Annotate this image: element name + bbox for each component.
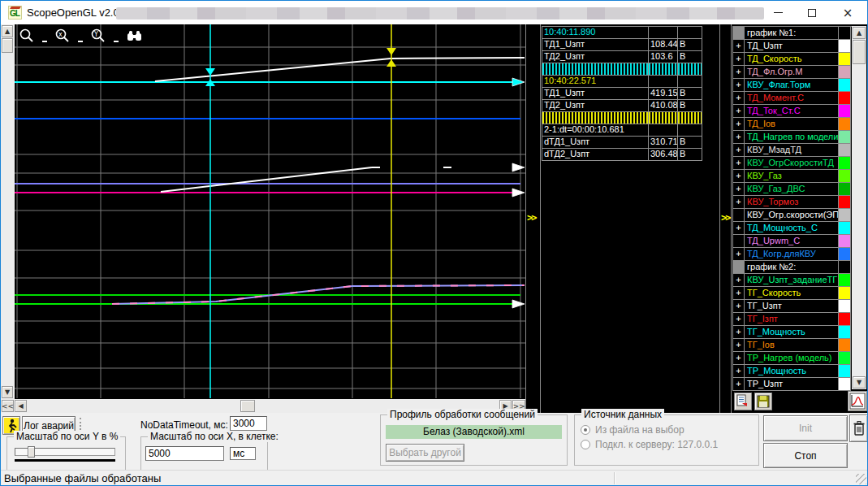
signal-row[interactable]: +ТД_Когр.дляКВУ [733, 248, 852, 261]
signal-row[interactable]: +ТД_Ток_Ст.С [733, 105, 852, 118]
init-button[interactable]: Init [763, 415, 848, 441]
splitter-expand-icon[interactable]: >> [527, 212, 535, 223]
signal-row[interactable]: +ТД_Uзпт [733, 40, 852, 53]
signal-row[interactable]: +ТД_Iов [733, 118, 852, 131]
horizontal-scroll-thumb[interactable] [240, 400, 255, 412]
expand-icon[interactable]: + [733, 313, 745, 326]
scale-x-unit-input[interactable] [230, 447, 256, 460]
signal-name[interactable]: КВУ_Флаг.Торм [745, 79, 839, 92]
signal-name[interactable]: ТД_Uзпт [745, 40, 839, 53]
signal-name[interactable]: ТД_Нагрев по модели [745, 131, 839, 144]
scale-x-input[interactable] [145, 446, 224, 461]
expand-icon[interactable]: + [733, 131, 745, 144]
scroll-left-button[interactable]: ◀ [15, 400, 27, 412]
signal-row[interactable]: +КВУ_Флаг.Торм [733, 79, 852, 92]
signal-name[interactable]: КВУ_Uзпт_заданиеТГ [745, 274, 839, 287]
signal-name[interactable]: ТГ_Мощность [745, 326, 839, 339]
expand-icon[interactable]: + [733, 326, 745, 339]
signal-color-swatch[interactable] [839, 196, 851, 209]
expand-icon[interactable]: + [733, 287, 745, 300]
signal-color-swatch[interactable] [839, 313, 851, 326]
measure-signals-splitter[interactable]: >> [719, 24, 732, 413]
signal-row[interactable]: +КВУ_Газ_ДВС [733, 183, 852, 196]
signal-name[interactable]: ТД_Мощность_С [745, 222, 839, 235]
signal-name[interactable]: КВУ_ОгрСкоростиТД [745, 157, 839, 170]
expand-icon[interactable]: + [733, 365, 745, 378]
signal-name[interactable]: ТГ_Iов [745, 339, 839, 352]
signal-row[interactable]: +ТГ_Iзпт [733, 313, 852, 326]
expand-icon[interactable]: + [733, 144, 745, 157]
signal-name[interactable]: КВУ_Газ_ДВС [745, 183, 839, 196]
signal-row[interactable]: +ТГ_Uзпт [733, 300, 852, 313]
expand-icon[interactable]: + [733, 105, 745, 118]
expand-icon[interactable]: + [733, 248, 745, 261]
signal-row[interactable]: +ТД_Фл.Огр.М [733, 66, 852, 79]
signal-row[interactable]: +ТР_Uзпт [733, 378, 852, 391]
signal-color-swatch[interactable] [839, 92, 851, 105]
signal-color-swatch[interactable] [839, 157, 851, 170]
signal-name[interactable]: ТР_Uзпт [745, 378, 839, 391]
signal-color-swatch[interactable] [839, 131, 851, 144]
list-scroll-thumb[interactable] [853, 40, 866, 64]
expand-icon[interactable] [733, 209, 745, 222]
signal-row[interactable]: +ТД_Мощность_С [733, 222, 852, 235]
signal-name[interactable]: КВУ_Тормоз [745, 196, 839, 209]
scroll-up-button[interactable]: ▲ [2, 25, 13, 37]
signal-row[interactable]: +ТГ_Мощность [733, 326, 852, 339]
signal-row[interactable]: КВУ_Огр.скорости(ЭП [733, 209, 852, 222]
signal-name[interactable]: ТД_Момент.С [745, 92, 839, 105]
signal-name[interactable]: ТД_Upwm_С [745, 235, 839, 248]
minimize-button[interactable] [765, 1, 791, 24]
signal-color-swatch[interactable] [839, 235, 851, 248]
source-file-radio[interactable]: Из файла на выбор [581, 424, 684, 436]
signal-row[interactable]: +ТД_Момент.С [733, 92, 852, 105]
chart-settings-button[interactable] [848, 391, 867, 411]
signal-color-swatch[interactable] [839, 222, 851, 235]
signal-color-swatch[interactable] [839, 339, 851, 352]
signal-row[interactable]: +ТР_Мощность [733, 365, 852, 378]
signal-name[interactable]: ТД_Фл.Огр.М [745, 66, 839, 79]
signal-row[interactable]: +КВУ_Uзпт_заданиеТГ [733, 274, 852, 287]
signal-name[interactable]: ТД_Ток_Ст.С [745, 105, 839, 118]
expand-icon[interactable]: + [733, 40, 745, 53]
signal-color-swatch[interactable] [839, 183, 851, 196]
scroll-down-button[interactable]: ▼ [853, 376, 866, 388]
nodata-timeout-input[interactable] [230, 416, 267, 431]
expand-icon[interactable]: + [733, 274, 745, 287]
expand-icon[interactable]: + [733, 66, 745, 79]
signal-color-swatch[interactable] [839, 40, 851, 53]
signal-name[interactable]: ТГ_Iзпт [745, 313, 839, 326]
signal-group-header-row[interactable]: график №2: [733, 261, 852, 274]
signal-row[interactable]: +ТД_Скорость [733, 53, 852, 66]
maximize-button[interactable] [799, 1, 825, 24]
signal-color-swatch[interactable] [839, 118, 851, 131]
signal-group-header-row[interactable]: график №1: [733, 27, 852, 40]
expand-icon[interactable]: + [733, 79, 745, 92]
splitter-expand-icon[interactable]: >> [721, 212, 729, 223]
signal-row[interactable]: +КВУ_Газ [733, 170, 852, 183]
scroll-up-button[interactable]: ▲ [853, 27, 866, 39]
signal-color-swatch[interactable] [839, 287, 851, 300]
signal-name[interactable]: ТГ_Скорость [745, 287, 839, 300]
export-report-button[interactable] [734, 393, 752, 410]
signal-color-swatch[interactable] [839, 365, 851, 378]
page-left-button[interactable]: << [2, 400, 14, 412]
signal-color-swatch[interactable] [839, 53, 851, 66]
expand-icon[interactable]: + [733, 170, 745, 183]
signal-row[interactable]: ТД_Upwm_С [733, 235, 852, 248]
expand-icon[interactable]: + [733, 222, 745, 235]
save-button[interactable] [754, 393, 772, 410]
signal-color-swatch[interactable] [839, 274, 851, 287]
zoom-icon[interactable] [19, 28, 35, 44]
signal-color-swatch[interactable] [839, 144, 851, 157]
expand-icon[interactable]: + [733, 118, 745, 131]
resize-grip[interactable] [856, 474, 866, 484]
plot-measure-splitter[interactable]: >> [525, 24, 541, 413]
signal-name[interactable]: ТР_Мощность [745, 365, 839, 378]
signal-row[interactable]: +ТР_Нагрев (модель) [733, 352, 852, 365]
expand-icon[interactable]: + [733, 53, 745, 66]
expand-icon[interactable]: + [733, 196, 745, 209]
signal-list-scrollbar[interactable]: ▲ ▼ [852, 26, 866, 389]
signal-name[interactable]: ТД_Iов [745, 118, 839, 131]
expand-icon[interactable]: + [733, 339, 745, 352]
